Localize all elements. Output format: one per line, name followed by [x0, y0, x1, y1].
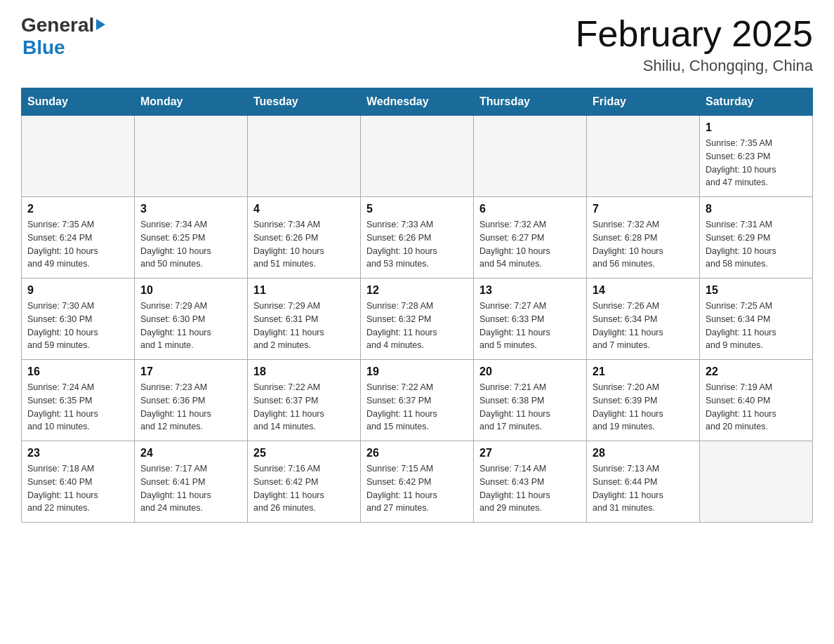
day-number: 12 — [366, 284, 468, 297]
calendar-cell: 21Sunrise: 7:20 AM Sunset: 6:39 PM Dayli… — [587, 360, 700, 441]
calendar-cell — [248, 116, 361, 197]
calendar-cell: 24Sunrise: 7:17 AM Sunset: 6:41 PM Dayli… — [135, 441, 248, 523]
day-number: 15 — [706, 284, 807, 297]
day-number: 1 — [706, 121, 807, 134]
day-info: Sunrise: 7:22 AM Sunset: 6:37 PM Dayligh… — [253, 381, 355, 434]
calendar-cell: 20Sunrise: 7:21 AM Sunset: 6:38 PM Dayli… — [474, 360, 587, 441]
day-number: 6 — [479, 203, 581, 215]
calendar-cell: 28Sunrise: 7:13 AM Sunset: 6:44 PM Dayli… — [587, 441, 700, 523]
day-of-week-friday: Friday — [587, 88, 700, 116]
day-number: 16 — [27, 365, 128, 378]
calendar-cell — [361, 116, 474, 197]
calendar-cell: 1Sunrise: 7:35 AM Sunset: 6:23 PM Daylig… — [700, 116, 813, 197]
day-info: Sunrise: 7:13 AM Sunset: 6:44 PM Dayligh… — [593, 462, 694, 515]
calendar-cell — [700, 441, 813, 523]
day-number: 17 — [140, 365, 241, 378]
logo-arrow-icon — [96, 19, 105, 30]
day-number: 25 — [253, 447, 355, 459]
day-number: 3 — [140, 203, 241, 215]
calendar-table: SundayMondayTuesdayWednesdayThursdayFrid… — [21, 88, 813, 523]
day-info: Sunrise: 7:20 AM Sunset: 6:39 PM Dayligh… — [593, 381, 694, 434]
calendar-cell: 27Sunrise: 7:14 AM Sunset: 6:43 PM Dayli… — [474, 441, 587, 523]
calendar-cell: 14Sunrise: 7:26 AM Sunset: 6:34 PM Dayli… — [587, 279, 700, 360]
calendar-cell: 10Sunrise: 7:29 AM Sunset: 6:30 PM Dayli… — [135, 279, 248, 360]
calendar-cell: 6Sunrise: 7:32 AM Sunset: 6:27 PM Daylig… — [474, 197, 587, 279]
month-title: February 2025 — [576, 14, 813, 54]
calendar-cell: 11Sunrise: 7:29 AM Sunset: 6:31 PM Dayli… — [248, 279, 361, 360]
calendar-week-5: 23Sunrise: 7:18 AM Sunset: 6:40 PM Dayli… — [22, 441, 813, 523]
day-info: Sunrise: 7:28 AM Sunset: 6:32 PM Dayligh… — [366, 300, 468, 352]
calendar-cell — [135, 116, 248, 197]
calendar-week-2: 2Sunrise: 7:35 AM Sunset: 6:24 PM Daylig… — [22, 197, 813, 279]
day-number: 24 — [140, 447, 241, 459]
calendar-cell: 19Sunrise: 7:22 AM Sunset: 6:37 PM Dayli… — [361, 360, 474, 441]
day-number: 14 — [593, 284, 694, 297]
location-subtitle: Shiliu, Chongqing, China — [576, 57, 813, 75]
day-number: 7 — [593, 203, 694, 215]
calendar-cell: 8Sunrise: 7:31 AM Sunset: 6:29 PM Daylig… — [700, 197, 813, 279]
calendar-cell: 7Sunrise: 7:32 AM Sunset: 6:28 PM Daylig… — [587, 197, 700, 279]
day-info: Sunrise: 7:15 AM Sunset: 6:42 PM Dayligh… — [366, 462, 468, 515]
day-info: Sunrise: 7:16 AM Sunset: 6:42 PM Dayligh… — [253, 462, 355, 515]
calendar-week-1: 1Sunrise: 7:35 AM Sunset: 6:23 PM Daylig… — [22, 116, 813, 197]
calendar-cell: 12Sunrise: 7:28 AM Sunset: 6:32 PM Dayli… — [361, 279, 474, 360]
calendar-body: 1Sunrise: 7:35 AM Sunset: 6:23 PM Daylig… — [22, 116, 813, 523]
day-info: Sunrise: 7:32 AM Sunset: 6:27 PM Dayligh… — [479, 218, 581, 271]
day-number: 2 — [27, 203, 128, 215]
calendar-cell: 17Sunrise: 7:23 AM Sunset: 6:36 PM Dayli… — [135, 360, 248, 441]
logo-general-text: General — [21, 14, 94, 36]
day-info: Sunrise: 7:21 AM Sunset: 6:38 PM Dayligh… — [479, 381, 581, 434]
day-info: Sunrise: 7:26 AM Sunset: 6:34 PM Dayligh… — [593, 300, 694, 352]
calendar-cell: 15Sunrise: 7:25 AM Sunset: 6:34 PM Dayli… — [700, 279, 813, 360]
day-number: 22 — [706, 365, 807, 378]
day-info: Sunrise: 7:27 AM Sunset: 6:33 PM Dayligh… — [479, 300, 581, 352]
calendar-cell: 22Sunrise: 7:19 AM Sunset: 6:40 PM Dayli… — [700, 360, 813, 441]
day-info: Sunrise: 7:23 AM Sunset: 6:36 PM Dayligh… — [140, 381, 241, 434]
day-info: Sunrise: 7:19 AM Sunset: 6:40 PM Dayligh… — [706, 381, 807, 434]
day-number: 4 — [253, 203, 355, 215]
day-info: Sunrise: 7:31 AM Sunset: 6:29 PM Dayligh… — [706, 218, 807, 271]
calendar-week-4: 16Sunrise: 7:24 AM Sunset: 6:35 PM Dayli… — [22, 360, 813, 441]
calendar-cell — [474, 116, 587, 197]
day-info: Sunrise: 7:30 AM Sunset: 6:30 PM Dayligh… — [27, 300, 128, 352]
day-number: 18 — [253, 365, 355, 378]
day-info: Sunrise: 7:29 AM Sunset: 6:30 PM Dayligh… — [140, 300, 241, 352]
day-info: Sunrise: 7:34 AM Sunset: 6:25 PM Dayligh… — [140, 218, 241, 271]
calendar-cell — [22, 116, 135, 197]
day-number: 11 — [253, 284, 355, 297]
day-number: 19 — [366, 365, 468, 378]
calendar-cell: 25Sunrise: 7:16 AM Sunset: 6:42 PM Dayli… — [248, 441, 361, 523]
day-of-week-sunday: Sunday — [22, 88, 135, 116]
day-info: Sunrise: 7:35 AM Sunset: 6:23 PM Dayligh… — [706, 137, 807, 189]
calendar-cell: 23Sunrise: 7:18 AM Sunset: 6:40 PM Dayli… — [22, 441, 135, 523]
day-of-week-tuesday: Tuesday — [248, 88, 361, 116]
day-of-week-monday: Monday — [135, 88, 248, 116]
day-number: 20 — [479, 365, 581, 378]
day-info: Sunrise: 7:32 AM Sunset: 6:28 PM Dayligh… — [593, 218, 694, 271]
calendar-cell — [587, 116, 700, 197]
logo-blue-text: Blue — [22, 36, 65, 58]
day-info: Sunrise: 7:24 AM Sunset: 6:35 PM Dayligh… — [27, 381, 128, 434]
day-info: Sunrise: 7:14 AM Sunset: 6:43 PM Dayligh… — [479, 462, 581, 515]
day-number: 26 — [366, 447, 468, 459]
day-number: 23 — [27, 447, 128, 459]
day-info: Sunrise: 7:22 AM Sunset: 6:37 PM Dayligh… — [366, 381, 468, 434]
day-number: 27 — [479, 447, 581, 459]
day-number: 10 — [140, 284, 241, 297]
calendar-cell: 5Sunrise: 7:33 AM Sunset: 6:26 PM Daylig… — [361, 197, 474, 279]
calendar-cell: 18Sunrise: 7:22 AM Sunset: 6:37 PM Dayli… — [248, 360, 361, 441]
day-of-week-wednesday: Wednesday — [361, 88, 474, 116]
calendar-cell: 3Sunrise: 7:34 AM Sunset: 6:25 PM Daylig… — [135, 197, 248, 279]
day-number: 5 — [366, 203, 468, 215]
day-info: Sunrise: 7:35 AM Sunset: 6:24 PM Dayligh… — [27, 218, 128, 271]
day-number: 9 — [27, 284, 128, 297]
calendar-cell: 9Sunrise: 7:30 AM Sunset: 6:30 PM Daylig… — [22, 279, 135, 360]
page-header: General Blue February 2025 Shiliu, Chong… — [21, 14, 813, 75]
calendar-header: SundayMondayTuesdayWednesdayThursdayFrid… — [22, 88, 813, 116]
logo: General Blue — [21, 14, 105, 59]
calendar-cell: 16Sunrise: 7:24 AM Sunset: 6:35 PM Dayli… — [22, 360, 135, 441]
calendar-cell: 13Sunrise: 7:27 AM Sunset: 6:33 PM Dayli… — [474, 279, 587, 360]
day-info: Sunrise: 7:33 AM Sunset: 6:26 PM Dayligh… — [366, 218, 468, 271]
days-of-week-row: SundayMondayTuesdayWednesdayThursdayFrid… — [22, 88, 813, 116]
day-number: 8 — [706, 203, 807, 215]
